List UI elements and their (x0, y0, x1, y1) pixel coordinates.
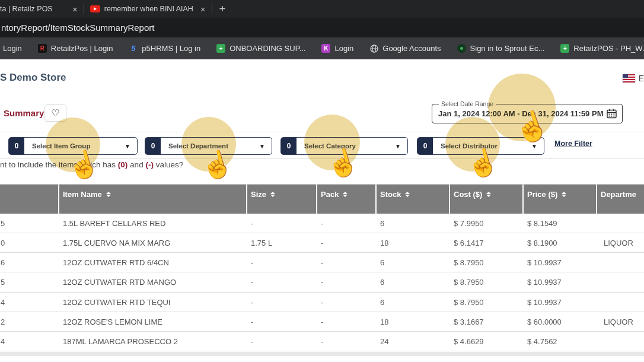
dropdown-label: Select Distributor (441, 142, 498, 150)
cell-size: - (251, 297, 253, 306)
us-flag-icon (623, 74, 635, 82)
calendar-icon[interactable] (607, 109, 617, 121)
cell-price: $ 4.7562 (527, 336, 557, 345)
language-selector[interactable]: E (623, 74, 644, 83)
column-divider (449, 185, 450, 214)
cell-item-no: 5 (1, 278, 5, 287)
cell-cost: $ 8.7950 (454, 297, 484, 306)
question-text: nt to include the items which has (0, 160, 118, 169)
table-body: 51.5L BAREFT CELLARS RED--6$ 7.9950$ 8.1… (0, 214, 644, 351)
close-icon[interactable]: × (72, 4, 78, 14)
cell-stock: 18 (380, 239, 388, 247)
column-header-pack[interactable]: Pack (321, 190, 347, 199)
new-tab-button[interactable]: + (219, 2, 226, 15)
cell-item-name: 1.5L BAREFT CELLARS RED (63, 219, 165, 228)
bookmark-sprout[interactable]: Sign in to Sprout Ec... (457, 44, 545, 53)
cell-pack: - (321, 297, 323, 306)
distributor-dropdown[interactable]: 0 Select Distributor ▼ (417, 137, 544, 155)
dropdown-label: Select Department (168, 142, 228, 150)
table-row[interactable]: 412OZ CUTWATER RTD TEQUI--6$ 8.7950$ 10.… (0, 293, 644, 312)
sprout-icon (457, 44, 466, 53)
url-text: ntoryReport/ItemStockSummaryReport (1, 23, 154, 33)
cell-cost: $ 6.1417 (454, 239, 484, 247)
bookmark-label: p5HRMS | Log in (142, 44, 200, 53)
category-dropdown[interactable]: 0 Select Category ▼ (280, 137, 408, 155)
cell-price: $ 10.9937 (527, 258, 562, 267)
cell-item-name: 12OZ CUTWATER RTD TEQUI (63, 297, 171, 306)
column-divider (375, 185, 377, 214)
bookmark-retailzpos-sheet[interactable]: +RetailzPOS - PH_W... (560, 44, 644, 53)
cell-pack: - (321, 317, 323, 326)
close-icon[interactable]: × (200, 4, 206, 14)
sort-icon (562, 192, 566, 197)
sheets-icon: + (560, 44, 569, 53)
table-row[interactable]: 4187ML LAMARCA PROSECCO 2--24$ 4.6629$ 4… (0, 332, 644, 351)
bookmark-login-2[interactable]: KLogin (321, 44, 353, 53)
chevron-down-icon: ▼ (531, 143, 537, 150)
column-divider (58, 185, 59, 214)
column-header-item-name[interactable]: Item Name (63, 190, 111, 199)
store-title: S Demo Store (0, 72, 66, 84)
table-row[interactable]: 612OZ CUTWATER RTD 6/4CN--6$ 8.7950$ 10.… (0, 253, 644, 272)
tab-retailz-pos[interactable]: ta | Retailz POS × (0, 0, 84, 18)
sort-icon (405, 192, 410, 197)
date-range-label: Select Date Range (439, 100, 496, 107)
include-zero-values-question: nt to include the items which has (0) an… (0, 160, 183, 169)
column-header-department[interactable]: Departme (601, 190, 636, 199)
cell-stock: 24 (380, 336, 388, 345)
tab-separator (212, 4, 212, 14)
column-header-stock[interactable]: Stock (380, 190, 410, 199)
bookmark-label: RetailzPOS - PH_W... (573, 44, 644, 53)
cell-cost: $ 8.7950 (454, 258, 484, 267)
question-text: and (127, 160, 145, 169)
cell-cost: $ 4.6629 (454, 336, 484, 345)
column-divider (596, 185, 597, 214)
date-range-picker[interactable]: Select Date Range Jan 1, 2024 12:00 AM -… (432, 104, 623, 123)
table-row[interactable]: 212OZ ROSE'S LEMON LIME--18$ 3.1667$ 60.… (0, 312, 644, 332)
column-header-cost[interactable]: Cost ($) (454, 190, 491, 199)
column-divider (246, 185, 247, 214)
tab-title: ta | Retailz POS (0, 5, 66, 13)
retailz-icon: R (38, 44, 47, 53)
table-row[interactable]: 01.75L CUERVO NA MIX MARG1.75 L-18$ 6.14… (0, 233, 644, 253)
tab-youtube[interactable]: remember when BINI AIAH did × (84, 0, 212, 18)
bookmark-google-accounts[interactable]: Google Accounts (369, 44, 441, 53)
cell-item-no: 0 (1, 239, 5, 247)
cell-department: LIQUOR (604, 239, 633, 247)
chevron-down-icon: ▼ (259, 143, 265, 150)
column-header-size[interactable]: Size (251, 190, 275, 199)
item-group-dropdown[interactable]: 0 Select Item Group ▼ (8, 137, 138, 155)
table-row[interactable]: 7355ML HIGH NOON CAN TROP6$ 14.0000$ 15.… (0, 356, 644, 362)
negative-value-token: (-) (145, 160, 154, 169)
column-header-price[interactable]: Price ($) (527, 190, 566, 199)
horizontal-scrollbar[interactable] (0, 352, 644, 356)
cell-stock: 6 (380, 278, 384, 287)
bookmark-label: Login (3, 44, 22, 53)
sort-icon (270, 192, 275, 197)
screen: ta | Retailz POS × remember when BINI AI… (0, 0, 644, 362)
favorite-button[interactable]: ♡ (44, 104, 66, 122)
cell-size: - (251, 336, 253, 345)
more-filter-link[interactable]: More Filter (554, 139, 592, 148)
cell-item-name: 12OZ CUTWATER RTD 6/4CN (63, 258, 169, 267)
bookmark-label: Sign in to Sprout Ec... (470, 44, 545, 53)
bookmark-login[interactable]: Login (3, 44, 22, 53)
table-header: Item Name Size Pack Stock Cost ($) Price… (0, 184, 644, 214)
cell-department: LIQUOR (604, 317, 633, 326)
cell-cost: $ 8.7950 (454, 278, 484, 287)
sort-icon (343, 192, 347, 197)
cell-size: - (251, 219, 253, 228)
cell-pack: - (321, 239, 323, 247)
cell-price: $ 10.9937 (527, 278, 562, 287)
bookmark-p5hrms[interactable]: 5p5HRMS | Log in (129, 44, 200, 53)
bookmark-onboarding[interactable]: +ONBOARDING SUP... (216, 44, 305, 53)
cell-price: $ 8.1900 (527, 239, 557, 247)
table-row[interactable]: 51.5L BAREFT CELLARS RED--6$ 7.9950$ 8.1… (0, 214, 644, 233)
address-bar[interactable]: ntoryReport/ItemStockSummaryReport (0, 18, 644, 37)
department-dropdown[interactable]: 0 Select Department ▼ (145, 137, 272, 155)
column-divider (316, 185, 317, 214)
bookmark-retailzpos-login[interactable]: RRetailzPos | Login (38, 44, 113, 53)
chevron-down-icon: ▼ (125, 143, 130, 150)
cell-item-no: 4 (1, 336, 5, 345)
table-row[interactable]: 512OZ CUTWATER RTD MANGO--6$ 8.7950$ 10.… (0, 272, 644, 292)
